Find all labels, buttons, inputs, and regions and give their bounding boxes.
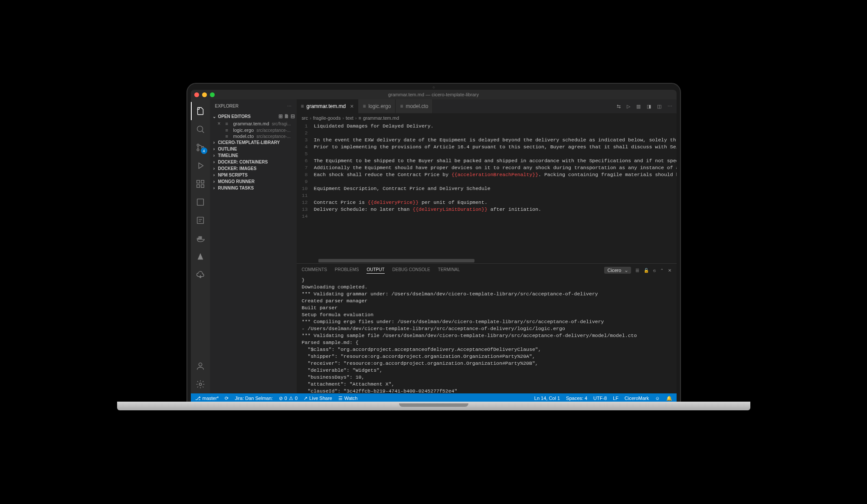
sync-status[interactable]: ⟳ xyxy=(225,396,229,401)
lock-icon[interactable]: 🔓 xyxy=(644,268,649,273)
docker-containers-section[interactable]: › DOCKER: CONTAINERS xyxy=(210,159,297,165)
horizontal-scrollbar[interactable] xyxy=(318,259,474,262)
open-editor-item[interactable]: ≡model.ctosrc/acceptance-... xyxy=(210,133,297,139)
vscode-window: grammar.tem.md — cicero-template-library… xyxy=(191,90,677,403)
project-section[interactable]: › CICERO-TEMPLATE-LIBRARY xyxy=(210,139,297,146)
close-icon[interactable]: × xyxy=(218,121,224,127)
save-all-icon[interactable]: 🗎 xyxy=(284,113,289,119)
maximize-window-button[interactable] xyxy=(210,92,215,97)
editor-actions: ⇆ ▷ ▥ ◨ ◫ ⋯ xyxy=(612,99,677,113)
feedback-icon[interactable]: ☺ xyxy=(655,396,660,401)
editor-tab[interactable]: ≡grammar.tem.md× xyxy=(297,99,359,113)
breadcrumb-item[interactable]: fragile-goods xyxy=(313,115,341,121)
indent-status[interactable]: Spaces: 4 xyxy=(566,396,587,401)
sidebar-header: EXPLORER ⋯ xyxy=(210,99,297,112)
breadcrumbs[interactable]: src›fragile-goods›text›≡ grammar.tem.md xyxy=(297,113,677,123)
tabs-row: ≡grammar.tem.md×≡logic.ergo≡model.cto ⇆ … xyxy=(297,99,677,113)
panel-tab-debug-console[interactable]: DEBUG CONSOLE xyxy=(393,267,430,274)
chevron-right-icon: › xyxy=(212,179,217,184)
code-content[interactable]: Liquidated Damages for Delayed Delivery.… xyxy=(314,123,677,263)
clear-icon[interactable]: ⎋ xyxy=(653,268,656,273)
liveshare-label: Live Share xyxy=(309,396,332,401)
jira-status[interactable]: Jira: Dan Selman: xyxy=(235,396,272,401)
open-editors-actions: ⊞ 🗎 ⊟ xyxy=(278,113,295,119)
sidebar-more-icon[interactable]: ⋯ xyxy=(287,104,291,108)
file-path: src/fragi... xyxy=(272,121,291,126)
more-actions-icon[interactable]: ⋯ xyxy=(667,104,672,109)
settings-activity-icon[interactable] xyxy=(191,375,210,393)
list-icon[interactable]: ☰ xyxy=(635,268,639,273)
extensions-activity-icon[interactable] xyxy=(191,175,210,193)
encoding-status[interactable]: UTF-8 xyxy=(593,396,607,401)
chevron-up-icon[interactable]: ⌃ xyxy=(660,268,664,273)
source-control-activity-icon[interactable]: 4 xyxy=(191,138,210,157)
svg-point-0 xyxy=(197,126,203,132)
scm-badge: 4 xyxy=(201,147,207,154)
open-editor-item[interactable]: ≡logic.ergosrc/acceptance-... xyxy=(210,127,297,133)
watch-status[interactable]: ☰ Watch xyxy=(338,396,358,401)
cursor-position-status[interactable]: Ln 14, Col 1 xyxy=(534,396,560,401)
azure-activity-icon[interactable] xyxy=(191,248,210,266)
output-channel-select[interactable]: Cicero xyxy=(604,267,631,274)
svg-rect-6 xyxy=(196,185,199,187)
window-title: grammar.tem.md — cicero-template-library xyxy=(388,92,479,97)
breadcrumb-item[interactable]: grammar.tem.md xyxy=(363,115,399,121)
debug-activity-icon[interactable] xyxy=(191,157,210,175)
jira-label: Jira: Dan Selman: xyxy=(235,396,272,401)
activity-bar: 4 xyxy=(191,99,210,393)
breadcrumb-item[interactable]: src xyxy=(302,115,308,121)
git-branch-icon: ⎇ xyxy=(195,396,201,401)
running-tasks-section[interactable]: › RUNNING TASKS xyxy=(210,185,297,191)
explorer-activity-icon[interactable] xyxy=(191,102,210,120)
chevron-right-icon: › xyxy=(355,115,357,121)
mongo-runner-section[interactable]: › MONGO RUNNER xyxy=(210,178,297,185)
file-icon: ≡ xyxy=(359,115,361,121)
account-activity-icon[interactable] xyxy=(191,357,210,375)
traffic-lights xyxy=(194,92,215,97)
output-content[interactable]: } Downloading completed. *** Validating … xyxy=(297,277,677,393)
panel-tab-terminal[interactable]: TERMINAL xyxy=(438,267,460,274)
main-area: 4 xyxy=(191,99,677,393)
minimize-window-button[interactable] xyxy=(202,92,207,97)
npm-scripts-section[interactable]: › NPM SCRIPTS xyxy=(210,172,297,178)
preview-icon[interactable]: ▥ xyxy=(636,104,641,109)
close-all-icon[interactable]: ⊟ xyxy=(291,113,295,119)
new-file-icon[interactable]: ⊞ xyxy=(278,113,283,119)
breadcrumb-item[interactable]: text xyxy=(346,115,353,121)
editor-tab[interactable]: ≡logic.ergo xyxy=(358,99,396,113)
remote-activity-icon[interactable] xyxy=(191,193,210,211)
panel-tab-comments[interactable]: COMMENTS xyxy=(302,267,327,274)
branch-status[interactable]: ⎇ master* xyxy=(195,396,219,401)
open-editors-section[interactable]: ⌄ OPEN EDITORS ⊞ 🗎 ⊟ xyxy=(210,112,297,120)
editor-body[interactable]: 1234567891011121314 Liquidated Damages f… xyxy=(297,123,677,263)
panel-tab-problems[interactable]: PROBLEMS xyxy=(335,267,359,274)
panel-tab-output[interactable]: OUTPUT xyxy=(366,267,384,274)
open-editor-item[interactable]: ×≡grammar.tem.mdsrc/fragi... xyxy=(210,120,297,127)
todo-activity-icon[interactable] xyxy=(191,211,210,229)
docker-images-section[interactable]: › DOCKER: IMAGES xyxy=(210,165,297,172)
problems-status[interactable]: ⊘ 0 ⚠ 0 xyxy=(279,396,298,401)
close-panel-icon[interactable]: ✕ xyxy=(668,268,671,273)
bell-icon[interactable]: 🔔 xyxy=(666,396,672,401)
sidebar: EXPLORER ⋯ ⌄ OPEN EDITORS ⊞ 🗎 ⊟ ×≡gramma… xyxy=(210,99,297,393)
run-icon[interactable]: ▷ xyxy=(627,104,630,109)
language-status[interactable]: CiceroMark xyxy=(625,396,649,401)
running-tasks-label: RUNNING TASKS xyxy=(218,186,254,190)
compare-icon[interactable]: ⇆ xyxy=(617,104,621,109)
search-activity-icon[interactable] xyxy=(191,120,210,138)
eol-status[interactable]: LF xyxy=(613,396,618,401)
editor-tab[interactable]: ≡model.cto xyxy=(396,99,433,113)
liveshare-status[interactable]: ↗ Live Share xyxy=(304,396,332,401)
file-icon: ≡ xyxy=(226,128,232,133)
split-editor-icon[interactable]: ◫ xyxy=(657,104,661,109)
close-tab-icon[interactable]: × xyxy=(350,103,353,110)
timeline-section[interactable]: › TIMELINE xyxy=(210,152,297,159)
tab-label: logic.ergo xyxy=(368,103,391,109)
open-preview-icon[interactable]: ◨ xyxy=(647,104,651,109)
svg-rect-7 xyxy=(201,185,203,187)
outline-section[interactable]: › OUTLINE xyxy=(210,146,297,152)
docker-activity-icon[interactable] xyxy=(191,229,210,248)
close-window-button[interactable] xyxy=(194,92,199,97)
docker-images-label: DOCKER: IMAGES xyxy=(218,166,257,171)
cloud-activity-icon[interactable] xyxy=(191,266,210,284)
